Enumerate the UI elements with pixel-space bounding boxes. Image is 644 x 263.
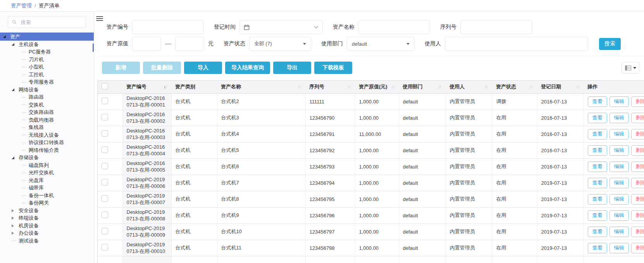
asset-name-input[interactable]	[358, 20, 430, 34]
tree-item[interactable]: 办公设备	[0, 230, 94, 237]
del-button[interactable]: 删除	[631, 129, 644, 139]
collapse-icon[interactable]	[3, 35, 8, 38]
column-header[interactable]: 登记日期↓↑	[537, 81, 584, 93]
view-button[interactable]: 查看	[588, 194, 607, 205]
collapse-icon[interactable]	[12, 88, 17, 91]
sidebar-search-input[interactable]	[20, 19, 82, 26]
asset-value-to-input[interactable]	[175, 37, 204, 51]
column-header[interactable]: 资产原值(元)↓↑	[355, 81, 399, 93]
del-button[interactable]: 删除	[631, 178, 644, 188]
department-select[interactable]: default	[347, 37, 415, 51]
edit-button[interactable]: 编辑	[610, 162, 629, 172]
toolbar-button[interactable]: 新增	[102, 62, 140, 74]
tree-item[interactable]: 刀片机	[0, 56, 94, 64]
tree-item[interactable]: 终端设备	[0, 215, 94, 222]
view-button[interactable]: 查看	[588, 178, 607, 188]
expand-icon[interactable]	[12, 209, 17, 212]
row-checkbox[interactable]	[102, 146, 108, 153]
view-button[interactable]: 查看	[588, 227, 607, 237]
sidebar-toggle-button[interactable]	[96, 15, 103, 22]
del-button[interactable]: 删除	[631, 210, 644, 221]
column-visibility-button[interactable]	[622, 62, 639, 74]
view-button[interactable]: 查看	[588, 243, 607, 253]
view-button[interactable]: 查看	[588, 96, 607, 107]
tree-item[interactable]: 存储设备	[0, 154, 94, 162]
tree-item[interactable]: 无线接入设备	[0, 131, 94, 139]
tree-item[interactable]: 机房设备	[0, 222, 94, 230]
sidebar-scrollbar-thumb[interactable]	[93, 43, 94, 52]
tree-item[interactable]: 负载均衡器	[0, 116, 94, 124]
toolbar-button[interactable]: 下载模板	[314, 62, 352, 74]
edit-button[interactable]: 编辑	[610, 113, 629, 123]
tree-item[interactable]: 备份网关	[0, 199, 94, 207]
expand-icon[interactable]	[12, 217, 17, 220]
del-button[interactable]: 删除	[631, 145, 644, 156]
tree-item[interactable]: 磁盘阵列	[0, 162, 94, 169]
del-button[interactable]: 删除	[631, 96, 644, 107]
del-button[interactable]: 删除	[631, 243, 644, 253]
row-checkbox[interactable]	[102, 163, 108, 169]
toolbar-button[interactable]: 导入	[184, 62, 222, 74]
view-button[interactable]: 查看	[588, 162, 607, 172]
view-button[interactable]: 查看	[588, 145, 607, 156]
tree-item[interactable]: 专用服务器	[0, 79, 94, 86]
del-button[interactable]: 删除	[631, 113, 644, 123]
tree-item[interactable]: 光盘库	[0, 177, 94, 184]
edit-button[interactable]: 编辑	[610, 210, 629, 221]
column-header[interactable]: 使用部门↓↑	[399, 81, 446, 93]
tree-item[interactable]: 小型机	[0, 64, 94, 71]
expand-icon[interactable]	[12, 224, 17, 227]
row-checkbox[interactable]	[102, 228, 108, 234]
tree-item[interactable]: 网络设备	[0, 86, 94, 94]
view-button[interactable]: 查看	[588, 129, 607, 139]
expand-icon[interactable]	[12, 232, 17, 235]
edit-button[interactable]: 编辑	[610, 243, 629, 253]
column-header[interactable]: 资产状态↓↑	[492, 81, 537, 93]
row-checkbox[interactable]	[102, 130, 108, 137]
tree-item[interactable]: 光纤交换机	[0, 169, 94, 177]
tree-item[interactable]: 主机设备	[0, 41, 94, 48]
register-time-picker[interactable]	[239, 20, 323, 34]
collapse-icon[interactable]	[12, 156, 17, 159]
toolbar-button[interactable]: 导出	[273, 62, 311, 74]
tree-item[interactable]: 工控机	[0, 71, 94, 79]
serial-no-input[interactable]	[460, 20, 532, 34]
column-header[interactable]: 使用人↓↑	[446, 81, 492, 93]
row-checkbox[interactable]	[102, 195, 108, 202]
row-checkbox[interactable]	[102, 211, 108, 218]
del-button[interactable]: 删除	[631, 162, 644, 172]
asset-status-select[interactable]: 全部 (7)	[249, 37, 311, 51]
tree-item-selected[interactable]: 资产	[0, 33, 94, 41]
asset-value-from-input[interactable]	[132, 37, 161, 51]
tree-item[interactable]: 安全设备	[0, 207, 94, 215]
toolbar-button[interactable]: 导入结果查询	[225, 62, 270, 74]
tree-item[interactable]: 网络传输介质	[0, 146, 94, 154]
tree-item[interactable]: 路由器	[0, 94, 94, 101]
edit-button[interactable]: 编辑	[610, 178, 629, 188]
column-header[interactable]: 序列号↓↑	[305, 81, 355, 93]
search-button[interactable]: 搜索	[599, 38, 621, 50]
collapse-icon[interactable]	[12, 43, 17, 46]
row-checkbox[interactable]	[102, 244, 108, 251]
column-header[interactable]: 资产名称↓↑	[217, 81, 305, 93]
edit-button[interactable]: 编辑	[610, 227, 629, 237]
tree-item[interactable]: 备份一体机	[0, 192, 94, 199]
user-input[interactable]	[445, 37, 588, 51]
edit-button[interactable]: 编辑	[610, 145, 629, 156]
tree-item[interactable]: 交换机	[0, 101, 94, 109]
tree-item[interactable]: 测试设备	[0, 237, 94, 245]
row-checkbox[interactable]	[102, 179, 108, 186]
del-button[interactable]: 删除	[631, 227, 644, 237]
edit-button[interactable]: 编辑	[610, 96, 629, 107]
select-all-checkbox[interactable]	[102, 83, 108, 89]
edit-button[interactable]: 编辑	[610, 194, 629, 205]
tree-item[interactable]: PC服务器	[0, 48, 94, 56]
tree-item[interactable]: 交换路由器	[0, 109, 94, 117]
tree-item[interactable]: 磁带库	[0, 184, 94, 192]
del-button[interactable]: 删除	[631, 194, 644, 205]
column-header[interactable]: 资产编号↓↑	[122, 81, 171, 93]
edit-button[interactable]: 编辑	[610, 129, 629, 139]
tree-item[interactable]: 协议接口转换器	[0, 139, 94, 147]
view-button[interactable]: 查看	[588, 210, 607, 221]
view-button[interactable]: 查看	[588, 113, 607, 123]
